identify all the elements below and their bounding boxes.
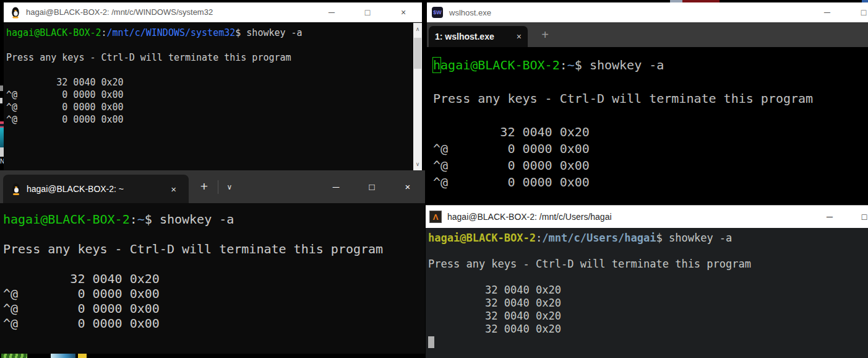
prompt-line: hagai@BLACK-BOX-2:/mnt/c/Users/hagai$ sh… [428,232,868,245]
desktop-icon-fragment [0,85,3,91]
output-row: ^@ 0 0000 0x00 [6,101,410,113]
tab-wsl[interactable]: hagai@BLACK-BOX-2: ~ × [3,175,189,203]
prompt-line: hagai@BLACK-BOX-2:~$ showkey -a [433,57,862,74]
tab-close-icon[interactable]: × [517,32,522,41]
prompt-path: /mnt/c/Users/hagai [542,232,656,244]
window-title: wslhost.exe [449,8,491,17]
minimize-button[interactable]: ─ [817,206,842,228]
command-text: showkey -a [663,232,733,244]
titlebar[interactable]: Λ hagai@BLACK-BOX-2: /mnt/c/Users/hagai … [426,206,868,228]
output-row: 32 0040 0x20 [428,323,868,336]
maximize-button[interactable]: □ [355,2,380,22]
window-title: hagai@BLACK-BOX-2: /mnt/c/Users/hagai [447,212,612,222]
window-mintty: Λ hagai@BLACK-BOX-2: /mnt/c/Users/hagai … [426,205,868,358]
cursor-block: h [433,58,440,72]
terminal-output[interactable]: hagai@BLACK-BOX-2:/mnt/c/Users/hagai$ sh… [426,228,868,358]
titlebar[interactable]: $W wslhost.exe ─ □ [427,2,868,22]
prompt-path: /mnt/c/WINDOWS/system32 [107,27,236,38]
terminal-output[interactable]: hagai@BLACK-BOX-2:~$ showkey -a Press an… [0,203,425,354]
chevron-down-icon[interactable]: ∨ [221,179,238,195]
new-tab-button[interactable]: + [196,177,213,196]
prompt-user: hagai@BLACK-BOX-2 [6,27,101,38]
output-message: Press any keys - Ctrl-D will terminate t… [6,51,410,64]
maximize-button[interactable]: □ [851,2,868,22]
output-row: ^@ 0 0000 0x00 [3,316,425,331]
desktop-icon-fragment [51,354,75,358]
output-message: Press any keys - Ctrl-D will terminate t… [3,242,425,256]
titlebar[interactable]: hagai@BLACK-BOX-2: /mnt/c/WINDOWS/system… [4,2,422,22]
new-tab-button[interactable]: + [536,25,554,45]
prompt-path: ~ [567,58,575,72]
scrollbar-down-button[interactable]: ∨ [413,158,422,170]
output-message: Press any keys - Ctrl-D will terminate t… [428,258,868,271]
command-text: showkey -a [582,58,664,72]
output-row: 32 0040 0x20 [3,271,425,286]
window-wslhost: $W wslhost.exe ─ □ 1: wslhost.exe × + ha… [427,2,868,205]
tab-bar: 1: wslhost.exe × + [427,22,868,47]
close-button[interactable]: × [394,177,421,198]
output-row: ^@ 0 0000 0x00 [3,301,425,316]
prompt-dollar: $ [656,232,662,244]
prompt-path: ~ [137,212,145,227]
command-text: showkey -a [241,27,302,38]
scrollbar-up-button[interactable]: ∧ [413,23,422,35]
output-row: ^@ 0 0000 0x00 [6,89,410,101]
tux-icon [11,7,19,17]
minimize-button[interactable]: ─ [319,2,344,22]
output-row: 32 0040 0x20 [428,310,868,323]
output-message: Press any keys - Ctrl-D will terminate t… [433,90,862,107]
terminal-output[interactable]: hagai@BLACK-BOX-2:/mnt/c/WINDOWS/system3… [4,23,422,170]
output-row: ^@ 0 0000 0x00 [6,113,410,126]
output-row: 32 0040 0x20 [428,284,868,297]
prompt-line: hagai@BLACK-BOX-2:/mnt/c/WINDOWS/system3… [6,27,410,39]
close-button[interactable]: × [391,2,416,22]
output-row: 32 0040 0x20 [6,76,410,89]
prompt-dollar: $ [235,27,241,38]
tab-label: 1: wslhost.exe [435,32,513,41]
tab-close-icon[interactable]: × [171,184,176,194]
desktop-wallpaper-fragment [1,353,27,358]
mintty-app-icon: Λ [429,211,442,223]
output-row: 32 0040 0x20 [433,124,862,141]
output-row: ^@ 0 0000 0x00 [433,141,862,157]
tab-wslhost[interactable]: 1: wslhost.exe × [429,26,528,47]
divider [218,180,218,194]
output-row: 32 0040 0x20 [428,297,868,310]
prompt-user: hagai@BLACK-BOX-2 [428,232,536,244]
minimize-button[interactable]: ─ [322,177,350,198]
desktop-icon-fragment [0,98,2,103]
prompt-user: agai@BLACK-BOX-2 [440,58,560,72]
output-row: ^@ 0 0000 0x00 [3,286,425,301]
window-title: hagai@BLACK-BOX-2: /mnt/c/WINDOWS/system… [26,7,213,17]
titlebar[interactable]: hagai@BLACK-BOX-2: ~ × + ∨ ─ □ × [0,170,425,203]
prompt-dollar: $ [145,212,152,227]
maximize-button[interactable]: □ [852,206,868,228]
prompt-user: hagai@BLACK-BOX-2 [3,212,130,227]
scrollbar-thumb[interactable] [414,38,421,69]
output-row: ^@ 0 0000 0x00 [433,174,862,191]
prompt-line: hagai@BLACK-BOX-2:~$ showkey -a [3,212,425,227]
command-text: showkey -a [152,212,234,227]
tux-icon [12,183,20,194]
prompt-dollar: $ [575,58,582,72]
tab-label: hagai@BLACK-BOX-2: ~ [27,184,171,194]
scrollbar[interactable]: ∧ ∨ [413,23,422,170]
minimize-button[interactable]: ─ [815,2,840,22]
terminal-output[interactable]: hagai@BLACK-BOX-2:~$ showkey -a Press an… [427,47,868,205]
maximize-button[interactable]: □ [358,177,385,198]
window-wsl-console: hagai@BLACK-BOX-2: /mnt/c/WINDOWS/system… [4,2,422,170]
output-row: ^@ 0 0000 0x00 [433,157,862,174]
wslhost-app-icon: $W [432,7,443,18]
window-windows-terminal: hagai@BLACK-BOX-2: ~ × + ∨ ─ □ × hagai@B… [0,170,425,354]
cursor-block [428,336,434,348]
desktop-icon-fragment [78,354,87,358]
